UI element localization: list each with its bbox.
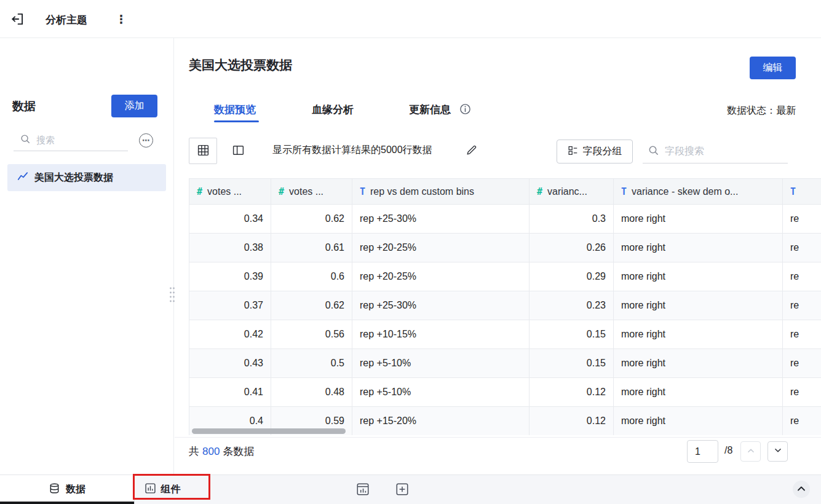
number-field-icon: # <box>279 186 284 197</box>
data-status-label: 数据状态：最新 <box>727 104 796 117</box>
table-cell: 0.34 <box>189 205 271 234</box>
grid-view-button[interactable] <box>189 138 217 164</box>
page-title: 分析主题 <box>46 13 87 27</box>
active-tab-indicator <box>0 502 134 504</box>
table-cell: rep +15-20% <box>352 407 529 435</box>
column-header[interactable]: #votes ... <box>189 179 271 205</box>
table-row: 0.43 0.5 rep +5-10% 0.15 more right re <box>189 349 821 378</box>
total-suffix: 条数据 <box>223 446 254 457</box>
page-number-input[interactable] <box>687 440 718 463</box>
table-cell: more right <box>614 234 783 262</box>
column-header-label: varianc... <box>547 186 587 197</box>
table-cell: 0.38 <box>189 234 271 262</box>
column-header[interactable]: T <box>783 179 821 205</box>
column-header-label: rep vs dem custom bins <box>370 186 474 197</box>
table-cell: more right <box>614 320 783 349</box>
column-header[interactable]: Trep vs dem custom bins <box>352 179 529 205</box>
table-cell: 0.12 <box>529 378 614 407</box>
search-icon <box>20 133 31 147</box>
row-limit-info: 显示所有数据计算结果的5000行数据 <box>272 144 432 157</box>
data-table: #votes ... #votes ... Trep vs dem custom… <box>189 178 821 435</box>
top-bar: 分析主题 ⋮ <box>0 0 821 38</box>
pen-icon <box>466 144 478 158</box>
previous-page-button[interactable] <box>740 441 761 462</box>
table-cell: 0.48 <box>271 378 352 407</box>
bar-chart-icon <box>145 482 156 497</box>
total-prefix: 共 <box>189 446 199 457</box>
more-options-icon[interactable]: ⋯ <box>139 133 153 148</box>
chart-widget-icon <box>355 482 370 498</box>
total-count[interactable]: 800 <box>202 446 220 457</box>
dataset-title: 美国大选投票数据 <box>189 57 292 74</box>
table-row: 0.42 0.56 rep +10-15% 0.15 more right re <box>189 320 821 349</box>
table-cell: 0.62 <box>271 291 352 320</box>
add-data-button[interactable]: 添加 <box>111 95 157 117</box>
field-search <box>643 140 788 163</box>
table-cell: 0.56 <box>271 320 352 349</box>
component-view-button[interactable] <box>355 482 371 498</box>
sidebar-search-input[interactable] <box>36 135 116 145</box>
table-cell: rep +10-15% <box>352 320 529 349</box>
bottom-tab-component[interactable]: 组件 <box>137 475 188 504</box>
collapse-panel-button[interactable] <box>793 481 810 498</box>
column-header[interactable]: #varianc... <box>529 179 614 205</box>
bottom-tab-data[interactable]: 数据 <box>0 475 134 504</box>
table-cell: 0.29 <box>529 262 614 291</box>
field-search-input[interactable] <box>665 146 775 157</box>
table-cell: more right <box>614 349 783 378</box>
column-header-label: variance - skew dem o... <box>632 186 738 197</box>
text-field-icon: T <box>790 186 796 197</box>
exit-analysis-button[interactable] <box>8 10 26 29</box>
table-cell: 0.6 <box>271 262 352 291</box>
table-cell: more right <box>614 262 783 291</box>
kebab-menu-icon[interactable]: ⋮ <box>113 10 129 28</box>
table-cell: 0.62 <box>271 205 352 234</box>
table-cell: 0.15 <box>529 320 614 349</box>
grid-view-icon <box>197 144 210 159</box>
table-cell: 0.15 <box>529 349 614 378</box>
column-header[interactable]: Tvariance - skew dem o... <box>614 179 783 205</box>
table-cell: more right <box>614 205 783 234</box>
number-field-icon: # <box>537 186 542 197</box>
split-view-icon <box>232 144 245 159</box>
sidebar-resize-handle[interactable] <box>169 286 176 304</box>
field-group-label: 字段分组 <box>583 145 622 158</box>
sidebar-item-dataset[interactable]: 美国大选投票数据 <box>7 164 166 191</box>
column-header[interactable]: #votes ... <box>271 179 352 205</box>
column-header-label: votes ... <box>289 186 323 197</box>
tab-lineage-analysis[interactable]: 血缘分析 <box>312 103 354 117</box>
table-cell: 0.42 <box>189 320 271 349</box>
table-row: 0.38 0.61 rep +20-25% 0.26 more right re <box>189 234 821 262</box>
info-icon[interactable] <box>459 103 471 115</box>
table-cell: 0.41 <box>189 378 271 407</box>
table-cell: 0.43 <box>189 349 271 378</box>
table-cell: 0.23 <box>529 291 614 320</box>
tab-data-preview[interactable]: 数据预览 <box>214 103 256 117</box>
number-field-icon: # <box>197 186 202 197</box>
line-chart-icon <box>17 171 28 184</box>
table-cell: 0.37 <box>189 291 271 320</box>
field-group-button[interactable]: 字段分组 <box>557 140 633 163</box>
split-view-button[interactable] <box>224 138 252 164</box>
table-cell: more right <box>614 378 783 407</box>
chevron-up-icon <box>795 482 807 497</box>
chevron-up-icon <box>745 445 756 458</box>
table-cell: 0.3 <box>529 205 614 234</box>
edit-row-limit-button[interactable] <box>464 143 479 158</box>
bottom-bar: 数据 组件 <box>0 474 821 504</box>
bottom-bar-divider <box>134 475 135 504</box>
horizontal-scrollbar[interactable] <box>192 428 346 434</box>
next-page-button[interactable] <box>767 441 788 462</box>
tab-update-info[interactable]: 更新信息 <box>409 103 451 117</box>
table-cell: re <box>783 320 821 349</box>
edit-button[interactable]: 编辑 <box>750 57 796 79</box>
bottom-tab-component-label: 组件 <box>161 483 181 496</box>
table-cell: 0.26 <box>529 234 614 262</box>
table-cell: 0.12 <box>529 407 614 435</box>
table-header-row: #votes ... #votes ... Trep vs dem custom… <box>189 179 821 205</box>
add-component-button[interactable] <box>394 482 410 498</box>
table-cell: 0.39 <box>189 262 271 291</box>
table-body: 0.34 0.62 rep +25-30% 0.3 more right re … <box>189 205 821 435</box>
table-cell: rep +25-30% <box>352 205 529 234</box>
table-row: 0.39 0.6 rep +20-25% 0.29 more right re <box>189 262 821 291</box>
